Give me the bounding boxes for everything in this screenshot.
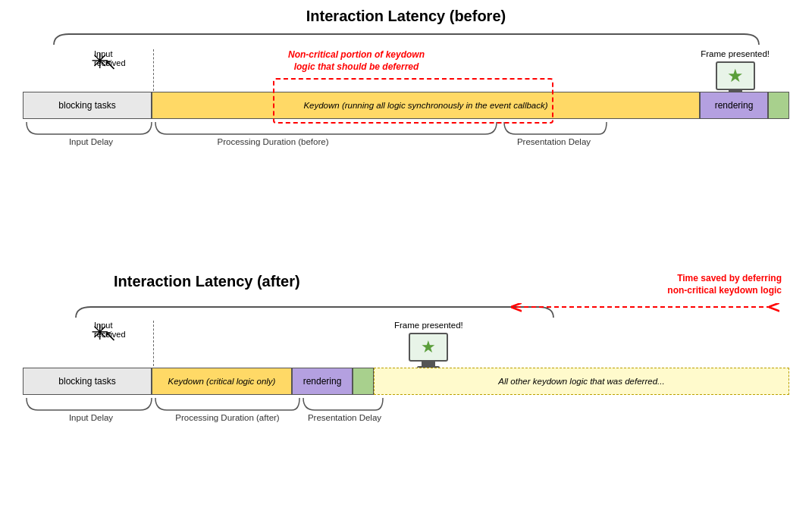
frame-presented-group-top: Frame presented! ★ — [701, 49, 770, 98]
bottom-input-received-label: Input received — [94, 321, 126, 339]
bottom-processing-duration-brace — [152, 396, 303, 415]
input-delay-label-top: Input Delay — [45, 137, 136, 146]
keydown-after-label: Keydown (critical logic only) — [168, 377, 276, 386]
blocking-tasks-label-top: blocking tasks — [58, 100, 115, 111]
rendering-label-top: rendering — [715, 100, 754, 111]
presentation-delay-label-top: Presentation Delay — [499, 137, 609, 146]
input-dotted-line — [153, 49, 154, 95]
braces-row-bottom: Input Delay Processing Duration (after) … — [23, 396, 789, 434]
frame-presented-group-bottom: Frame presented! ★ — [394, 321, 463, 369]
keydown-after-block: Keydown (critical logic only) — [152, 368, 292, 395]
bottom-presentation-delay-brace — [299, 396, 390, 415]
input-delay-brace — [23, 121, 155, 139]
top-brace-full — [46, 31, 767, 48]
top-title: Interaction Latency (before) — [23, 8, 789, 25]
bottom-processing-duration-label: Processing Duration (after) — [152, 413, 303, 422]
time-saved-group: Time saved by deferringnon-critical keyd… — [509, 273, 782, 316]
time-saved-arrow — [509, 298, 782, 316]
deferred-label: All other keydown logic that was deferre… — [498, 377, 664, 386]
frame-presented-label-bottom: Frame presented! — [394, 321, 463, 330]
bottom-input-delay-brace — [23, 396, 155, 415]
blocking-tasks-block-top: blocking tasks — [23, 92, 152, 119]
bottom-diagram: Interaction Latency (after) Time saved b… — [23, 273, 789, 434]
bottom-presentation-delay-label: Presentation Delay — [290, 413, 400, 422]
frame-presented-label-top: Frame presented! — [701, 49, 770, 58]
rendering-block-top: rendering — [700, 92, 768, 119]
non-critical-text: Non-critical portion of keydownlogic tha… — [281, 49, 432, 73]
rendering-label-bottom: rendering — [303, 376, 342, 387]
main-container: Interaction Latency (before) Input recei… — [0, 0, 812, 523]
star-icon-top: ★ — [727, 65, 744, 86]
bottom-brace-full — [68, 304, 561, 321]
braces-row-top: Input Delay Processing Duration (before)… — [23, 121, 789, 158]
blocking-tasks-label-bottom: blocking tasks — [58, 376, 115, 387]
input-received-group: Input received ✳ ↖ — [91, 49, 117, 72]
bottom-input-dotted-line — [153, 321, 154, 366]
monitor-screen-bottom: ★ — [409, 333, 448, 362]
processing-duration-label-top: Processing Duration (before) — [197, 137, 349, 146]
monitor-screen-top: ★ — [716, 61, 755, 90]
deferred-block: All other keydown logic that was deferre… — [374, 368, 789, 395]
green-block-top — [768, 92, 789, 119]
rendering-block-bottom: rendering — [292, 368, 353, 395]
dashed-red-box — [273, 78, 553, 124]
input-received-label: Input received — [94, 49, 126, 67]
bottom-input-area: Input received ✳ ↖ Frame presented! ★ — [23, 321, 789, 366]
top-diagram: Interaction Latency (before) Input recei… — [23, 8, 789, 158]
time-saved-text: Time saved by deferringnon-critical keyd… — [509, 273, 782, 296]
green-block-bottom — [353, 368, 374, 395]
monitor-icon-bottom: ★ — [409, 333, 448, 369]
bottom-input-received-group: Input received ✳ ↖ — [91, 321, 117, 343]
blocking-tasks-block-bottom: blocking tasks — [23, 368, 152, 395]
bottom-timeline: blocking tasks Keydown (critical logic o… — [23, 368, 789, 395]
star-icon-bottom: ★ — [421, 337, 436, 357]
bottom-input-delay-label: Input Delay — [45, 413, 136, 422]
